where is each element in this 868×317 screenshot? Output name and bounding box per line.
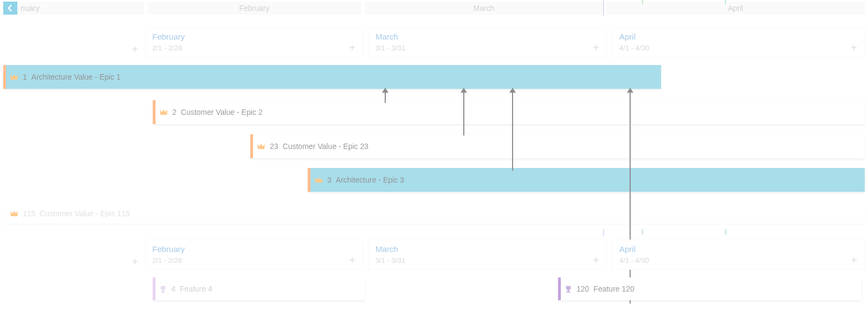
add-button[interactable]: + xyxy=(129,43,141,55)
period-range: 4/1 - 4/30 xyxy=(619,44,649,52)
crown-icon xyxy=(10,73,18,81)
add-button[interactable]: + xyxy=(346,42,358,54)
epic-id: 2 xyxy=(172,108,177,117)
add-button[interactable]: + xyxy=(848,42,860,54)
period-range: 3/1 - 3/31 xyxy=(375,44,405,52)
month-header-march: March xyxy=(365,2,603,15)
add-button[interactable]: + xyxy=(590,254,602,266)
plus-icon: + xyxy=(851,42,857,54)
month-header-label: March xyxy=(474,4,495,12)
epic-bar-3[interactable]: 3 Architecture - Epic 3 xyxy=(308,168,865,192)
plus-icon: + xyxy=(851,254,857,267)
epic-id: 115 xyxy=(23,209,35,218)
period-title: March xyxy=(375,244,398,254)
crown-icon xyxy=(257,143,265,150)
epic-title: Customer Value - Epic 23 xyxy=(283,142,368,151)
epic-bar-1[interactable]: 1 Architecture Value - Epic 1 xyxy=(3,65,661,89)
feature-id: 4 xyxy=(171,284,176,293)
feature-accent xyxy=(558,277,561,300)
month-header-january: nuary xyxy=(3,2,144,15)
period-card-april-bottom[interactable]: April 4/1 - 4/30 + xyxy=(612,240,865,270)
period-range: 4/1 - 4/30 xyxy=(619,256,649,264)
plus-icon: + xyxy=(593,254,599,267)
period-title: February xyxy=(152,244,185,254)
crown-icon xyxy=(10,210,18,217)
epic-id: 1 xyxy=(23,73,27,81)
plus-icon: + xyxy=(349,254,355,267)
period-title: February xyxy=(152,32,185,41)
epic-accent xyxy=(3,65,6,89)
feature-bar-4[interactable]: 4 Feature 4 xyxy=(153,277,365,300)
epic-accent xyxy=(153,100,156,124)
add-button[interactable]: + xyxy=(590,42,602,54)
epic-title: Customer Value - Epic 2 xyxy=(181,108,263,117)
month-header-label: April xyxy=(728,4,743,12)
dependency-arrow xyxy=(463,92,464,135)
plus-icon: + xyxy=(593,42,599,54)
period-range: 3/1 - 3/31 xyxy=(375,256,405,264)
feature-id: 120 xyxy=(576,284,589,293)
epic-bar-115[interactable]: 115 Customer Value - Epic 115 xyxy=(3,203,865,224)
month-header-label: nuary xyxy=(21,4,40,12)
add-button[interactable]: + xyxy=(848,254,860,266)
period-card-march-bottom[interactable]: March 3/1 - 3/31 + xyxy=(368,240,607,270)
feature-title: Feature 120 xyxy=(593,284,634,293)
epic-bar-2[interactable]: 2 Customer Value - Epic 2 xyxy=(153,100,865,124)
month-header-february: February xyxy=(147,2,361,15)
epic-title: Architecture Value - Epic 1 xyxy=(31,73,121,81)
period-title: March xyxy=(375,32,398,41)
today-marker xyxy=(603,229,604,236)
dependency-arrow xyxy=(512,92,513,171)
crown-icon xyxy=(314,176,323,184)
period-title: April xyxy=(619,244,636,254)
feature-bar-120[interactable]: 120 Feature 120 xyxy=(558,277,861,300)
trophy-icon xyxy=(159,284,167,293)
period-card-february-top[interactable]: February 2/1 - 2/28 + xyxy=(145,27,363,57)
period-card-february-bottom[interactable]: February 2/1 - 2/28 + xyxy=(145,240,363,270)
epic-accent xyxy=(308,168,310,192)
epic-id: 3 xyxy=(327,176,332,184)
feature-accent xyxy=(153,277,156,300)
scroll-left-button[interactable] xyxy=(3,2,17,15)
dependency-arrow xyxy=(385,92,386,103)
today-marker xyxy=(603,0,604,16)
period-card-april-top[interactable]: April 4/1 - 4/30 + xyxy=(612,27,865,57)
milestone-tick xyxy=(725,229,726,235)
period-range: 2/1 - 2/28 xyxy=(152,44,182,52)
period-card-march-top[interactable]: March 3/1 - 3/31 + xyxy=(368,27,607,57)
period-title: April xyxy=(619,32,636,41)
crown-icon xyxy=(159,108,168,116)
plus-icon: + xyxy=(349,42,355,54)
add-button[interactable]: + xyxy=(129,256,141,268)
trophy-icon xyxy=(565,284,572,293)
epic-title: Architecture - Epic 3 xyxy=(336,176,404,184)
add-button[interactable]: + xyxy=(346,254,358,266)
milestone-tick xyxy=(642,229,643,235)
epic-title: Customer Value - Epic 115 xyxy=(40,209,129,218)
month-header-label: February xyxy=(239,4,269,12)
plus-icon: + xyxy=(132,256,138,268)
plus-icon: + xyxy=(132,43,138,56)
month-header-april: April xyxy=(606,2,865,15)
milestone-tick xyxy=(642,0,643,4)
milestone-tick xyxy=(725,0,726,4)
epic-id: 23 xyxy=(270,142,278,151)
epic-bar-23[interactable]: 23 Customer Value - Epic 23 xyxy=(250,134,865,158)
epic-accent xyxy=(250,134,253,158)
feature-title: Feature 4 xyxy=(180,284,212,293)
dependency-arrow xyxy=(630,92,631,303)
period-range: 2/1 - 2/28 xyxy=(152,256,182,264)
